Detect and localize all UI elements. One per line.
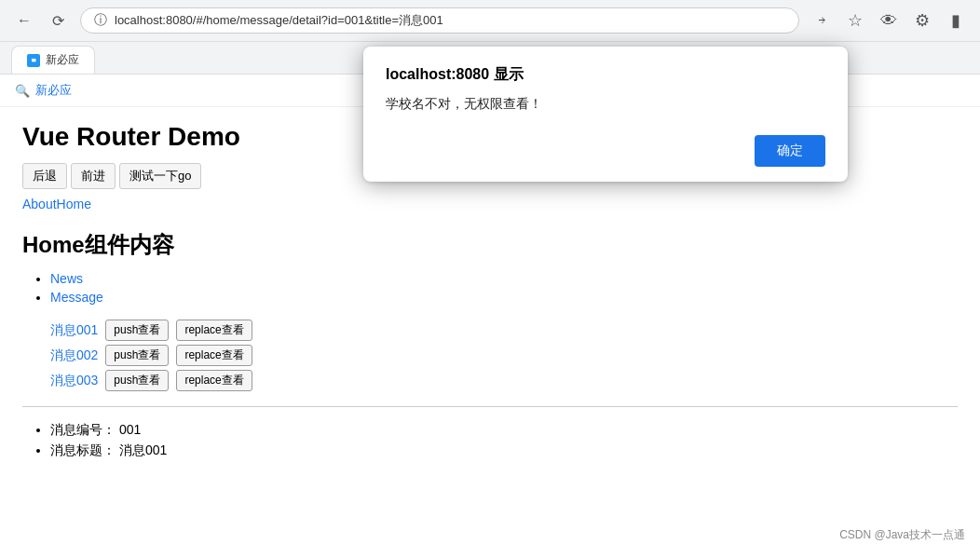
alert-ok-button[interactable]: 确定 — [755, 135, 825, 167]
alert-overlay: localhost:8080 显示 学校名不对，无权限查看！ 确定 — [0, 0, 980, 478]
alert-title: localhost:8080 显示 — [386, 65, 825, 85]
alert-buttons: 确定 — [386, 135, 825, 167]
alert-message: 学校名不对，无权限查看！ — [386, 96, 825, 113]
alert-box: localhost:8080 显示 学校名不对，无权限查看！ 确定 — [363, 47, 848, 182]
